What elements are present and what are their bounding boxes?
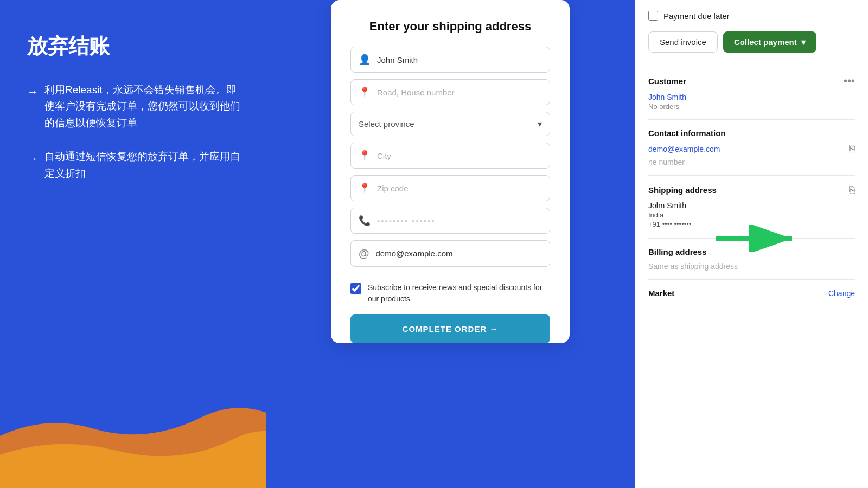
email-icon: @ [359, 247, 369, 260]
subscribe-label[interactable]: Subscribe to receive news and special di… [368, 282, 550, 305]
payment-due-checkbox[interactable] [648, 11, 658, 21]
bullet-1: → 利用Releasit，永远不会错失销售机会。即使客户没有完成订单，您仍然可以… [27, 82, 244, 131]
billing-same-as-shipping: Same as shipping address [648, 262, 855, 271]
email-input[interactable] [376, 249, 542, 258]
billing-section-header: Billing address [648, 247, 855, 256]
page-title: 放弃结账 [27, 33, 244, 60]
center-wrapper: Enter your shipping address 👤 📍 Select p… [266, 0, 635, 488]
market-section-title: Market [648, 288, 674, 298]
shipping-name: John Smith [648, 201, 691, 210]
location-icon-zip: 📍 [359, 182, 371, 194]
bullet-arrow-2: → [27, 150, 38, 167]
bullet-text-1: 利用Releasit，永远不会错失销售机会。即使客户没有完成订单，您仍然可以收到… [44, 82, 244, 131]
bullet-text-2: 自动通过短信恢复您的放弃订单，并应用自定义折扣 [44, 149, 244, 182]
customer-orders: No orders [648, 102, 855, 111]
phone-icon: 📞 [359, 215, 371, 227]
chevron-down-icon: ▾ [538, 119, 542, 129]
contact-phone-row: ne number [648, 158, 855, 166]
city-input[interactable] [377, 151, 542, 160]
subscribe-row: Subscribe to receive news and special di… [350, 273, 550, 314]
province-select[interactable]: Select province [359, 119, 538, 129]
road-field-group: 📍 [350, 79, 550, 105]
action-buttons: Send invoice Collect payment ▾ [648, 31, 855, 53]
name-input[interactable] [377, 55, 542, 65]
contact-email-value: demo@example.com [648, 145, 720, 153]
bullet-2: → 自动通过短信恢复您的放弃订单，并应用自定义折扣 [27, 149, 244, 182]
copy-email-icon[interactable]: ⎘ [849, 143, 855, 155]
phone-field-group: 📞 •••••••• •••••• [350, 208, 550, 234]
collect-payment-button[interactable]: Collect payment ▾ [723, 31, 816, 53]
shipping-section-title: Shipping address [648, 185, 717, 195]
form-title: Enter your shipping address [350, 20, 550, 34]
market-row: Market Change [648, 288, 855, 298]
market-change-link[interactable]: Change [828, 289, 855, 298]
collect-payment-label: Collect payment [734, 37, 797, 47]
right-panel: Payment due later Send invoice Collect p… [635, 0, 868, 488]
location-icon-road: 📍 [359, 86, 371, 98]
city-field-group: 📍 [350, 143, 550, 169]
shipping-phone: +91 •••• ••••••• [648, 220, 691, 228]
divider-5 [648, 279, 855, 280]
name-field-group: 👤 [350, 47, 550, 73]
complete-order-button[interactable]: COMPLETE ORDER → [350, 314, 550, 343]
province-field-group[interactable]: Select province ▾ [350, 112, 550, 136]
divider-2 [648, 119, 855, 120]
divider-3 [648, 175, 855, 176]
shipping-section-header: Shipping address ⎘ [648, 184, 855, 196]
collect-chevron-icon: ▾ [801, 37, 806, 47]
zip-input[interactable] [377, 184, 542, 193]
copy-shipping-icon[interactable]: ⎘ [849, 184, 855, 196]
contact-section-header: Contact information [648, 129, 855, 138]
divider-1 [648, 66, 855, 66]
shipping-details: John Smith India +91 •••• ••••••• [648, 201, 855, 229]
subscribe-checkbox[interactable] [350, 283, 361, 294]
customer-section-title: Customer [648, 76, 686, 86]
location-icon-city: 📍 [359, 150, 371, 162]
contact-email-row: demo@example.com ⎘ [648, 143, 855, 155]
billing-section-title: Billing address [648, 247, 707, 256]
phone-blurred-value: •••••••• •••••• [377, 216, 436, 226]
decorative-wave [0, 380, 266, 488]
customer-name-link[interactable]: John Smith [648, 93, 855, 101]
customer-section-header: Customer ••• [648, 75, 855, 87]
send-invoice-button[interactable]: Send invoice [648, 31, 718, 53]
email-field-group: @ [350, 240, 550, 267]
shipping-country: India [648, 211, 691, 219]
person-icon: 👤 [359, 54, 371, 66]
divider-4 [648, 238, 855, 239]
form-card: Enter your shipping address 👤 📍 Select p… [331, 0, 570, 343]
contact-section-title: Contact information [648, 129, 726, 138]
complete-order-label: COMPLETE ORDER → [403, 324, 499, 333]
left-panel: 放弃结账 → 利用Releasit，永远不会错失销售机会。即使客户没有完成订单，… [0, 0, 266, 488]
contact-phone-placeholder: ne number [648, 158, 685, 166]
bullet-arrow-1: → [27, 83, 38, 100]
payment-due-label: Payment due later [663, 11, 730, 21]
customer-more-icon[interactable]: ••• [844, 75, 855, 87]
payment-due-row: Payment due later [648, 11, 855, 21]
send-invoice-label: Send invoice [660, 37, 706, 47]
zip-field-group: 📍 [350, 175, 550, 201]
road-input[interactable] [377, 88, 542, 97]
